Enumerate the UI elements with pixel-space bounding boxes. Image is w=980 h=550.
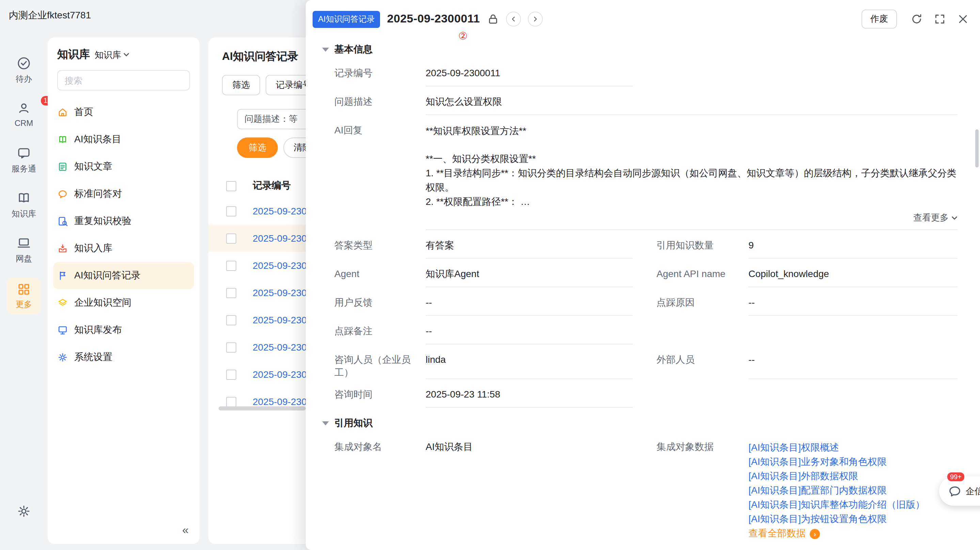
rail-item-label: 更多 [16,299,32,310]
field-label: AI回复 [334,124,426,230]
row-checkbox[interactable] [226,396,236,407]
library-picker[interactable]: 知识库 [95,49,129,61]
section-title: 引用知识 [334,417,372,429]
rail-item-label: 服务通 [11,164,36,175]
apply-filter-button[interactable]: 筛选 [237,138,278,158]
row-checkbox[interactable] [226,261,236,270]
fullscreen-icon[interactable] [934,13,946,25]
nav-item-articles[interactable]: 知识文章 [48,153,200,180]
gear-icon [57,352,68,363]
reference-link[interactable]: [AI知识条目]为按钮设置角色权限 [748,512,958,526]
document-search-icon [57,216,68,227]
nav-item-label: 重复知识校验 [74,215,131,227]
record-link[interactable]: 2025-09-230 [253,315,307,325]
view-more-link[interactable]: 查看更多 [426,212,958,224]
nav-item-label: 知识入库 [74,242,112,254]
nav-item-publish[interactable]: 知识库发布 [48,316,200,344]
record-link[interactable]: 2025-09-230 [253,260,307,271]
collapse-sidebar-icon[interactable]: « [182,523,189,537]
rail-item-label: 待办 [16,73,32,85]
record-link[interactable]: 2025-09-230 [253,287,307,298]
row-checkbox[interactable] [226,233,236,243]
reference-link[interactable]: [AI知识条目]业务对象和角色权限 [748,455,958,469]
reference-link[interactable]: [AI知识条目]配置部门内数据权限 [748,483,958,498]
record-detail-drawer: AI知识问答记录 2025-09-2300011 作废 [306,0,980,550]
nav-item-dedup-check[interactable]: 重复知识校验 [48,208,200,235]
library-picker-label: 知识库 [95,49,121,61]
nav-item-qa-records[interactable]: AI知识问答记录 [53,262,194,289]
row-checkbox[interactable] [226,315,236,325]
rail-item-crm[interactable]: 12 CRM [0,101,48,128]
panel-title: 知识库 [57,48,90,62]
next-record-button[interactable] [527,11,542,27]
record-title: 2025-09-2300011 [387,12,480,26]
lock-icon[interactable] [487,13,499,25]
nav-item-label: 首页 [74,106,93,118]
prev-record-button[interactable] [506,11,521,27]
open-book-icon [57,134,68,145]
monitor-icon [57,325,68,335]
ai-reply-line: 1. **目录结构同步**：知识分类的目录结构会自动同步源知识（如公司网盘、知识… [426,166,958,195]
rail-item-more[interactable]: 更多 [7,278,41,315]
nav-item-label: 企业知识空间 [74,297,131,309]
refresh-icon[interactable] [910,13,923,25]
field-value-ai-reply: **知识库权限设置方法** **一、知识分类权限设置** 1. **目录结构同步… [426,124,958,230]
settings-gear-icon[interactable] [16,504,31,519]
vertical-scrollbar[interactable] [975,129,978,167]
chat-widget[interactable]: 99+ 企信 [939,477,980,506]
nav-item-qa-pairs[interactable]: 标准问答对 [48,180,200,208]
company-name: 内测企业fktest7781 [9,10,91,22]
record-link[interactable]: 2025-09-230 [253,342,307,353]
section-header-refs[interactable]: 引用知识 [322,417,969,429]
nav-item-label: 系统设置 [74,351,112,364]
reference-link[interactable]: [AI知识条目]外部数据权限 [748,469,958,483]
nav-item-intake[interactable]: 知识入库 [48,235,200,262]
arrow-right-circle-icon: › [810,529,820,539]
view-all-data-link[interactable]: 查看全部数据 › [748,528,958,540]
field-label: 用户反馈 [334,296,426,316]
reference-link[interactable]: [AI知识条目]知识库整体功能介绍（旧版） [748,498,958,512]
search-input[interactable] [57,70,190,91]
document-icon [57,161,68,172]
rail-item-label: 知识库 [11,208,36,220]
select-all-checkbox[interactable] [226,181,236,191]
record-link[interactable]: 2025-09-230 [253,369,307,380]
row-checkbox[interactable] [226,288,236,298]
section-header-basic-info[interactable]: 基本信息 [322,44,969,56]
reference-link[interactable]: [AI知识条目]权限概述 [748,440,958,455]
row-checkbox[interactable] [226,369,236,380]
field-value-dislike-note: -- [426,325,633,345]
crm-person-icon: 12 [16,101,31,116]
column-header-record-no: 记录编号 [253,180,291,192]
discard-button[interactable]: 作废 [862,10,897,29]
record-link[interactable]: 2025-09-230 [253,233,307,244]
rail-item-service[interactable]: 服务通 [0,146,48,175]
nav-item-ai-entries[interactable]: AI知识条目 [48,126,200,153]
layers-icon [57,297,68,308]
nav-item-label: 标准问答对 [74,188,122,200]
ai-reply-line: **知识库权限设置方法** [426,124,958,138]
record-link[interactable]: 2025-09-230 [253,205,307,216]
chevron-down-icon [123,52,129,57]
rail-item-knowledge[interactable]: 知识库 [0,191,48,220]
horizontal-scrollbar[interactable] [219,406,306,410]
section-title: 基本信息 [334,44,372,56]
reference-links: [AI知识条目]权限概述 [AI知识条目]业务对象和角色权限 [AI知识条目]外… [748,440,958,540]
field-value-dislike-reason: -- [748,296,958,316]
nav-item-settings[interactable]: 系统设置 [48,344,200,371]
row-checkbox[interactable] [226,206,236,216]
row-checkbox[interactable] [226,342,236,352]
field-value-record-no: 2025-09-2300011 [426,67,633,86]
filter-button[interactable]: 筛选 [222,75,260,95]
nav-item-space[interactable]: 企业知识空间 [48,289,200,316]
view-more-label: 查看更多 [913,212,949,224]
rail-item-drive[interactable]: 网盘 [0,235,48,265]
nav-item-label: AI知识问答记录 [74,270,140,282]
field-label: 点踩原因 [657,296,748,316]
close-icon[interactable] [957,13,969,25]
rail-item-todo[interactable]: 待办 [0,56,48,85]
record-link[interactable]: 2025-09-230 [253,396,307,407]
field-label: Agent API name [657,267,748,287]
nav-item-home[interactable]: 首页 [48,99,200,126]
field-value-consultant: linda [426,353,633,379]
